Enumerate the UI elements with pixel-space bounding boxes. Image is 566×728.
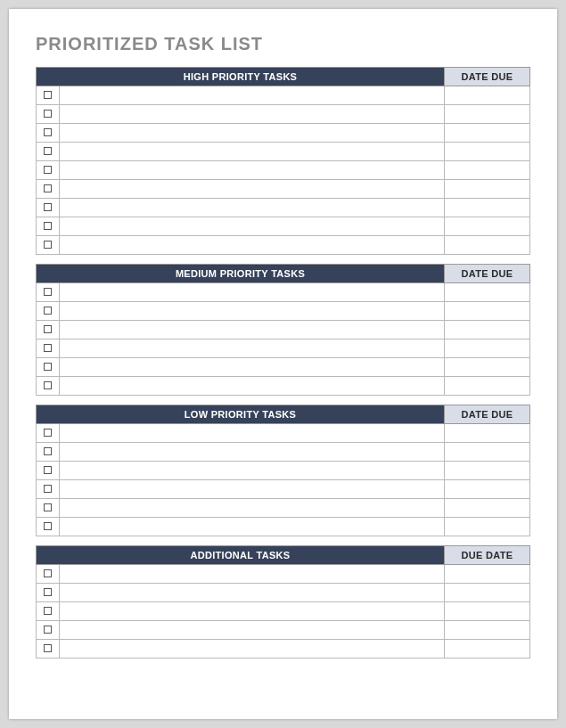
task-cell[interactable] xyxy=(60,462,445,480)
task-cell[interactable] xyxy=(60,180,445,199)
task-cell[interactable] xyxy=(60,105,445,124)
task-cell[interactable] xyxy=(60,621,445,640)
checkbox-cell[interactable] xyxy=(37,480,60,499)
checkbox-cell[interactable] xyxy=(37,124,60,143)
checkbox-cell[interactable] xyxy=(37,217,60,236)
checkbox-cell[interactable] xyxy=(37,602,60,621)
task-cell[interactable] xyxy=(60,499,445,518)
date-cell[interactable] xyxy=(445,236,530,255)
checkbox-cell[interactable] xyxy=(37,462,60,480)
task-cell[interactable] xyxy=(60,565,445,584)
checkbox-cell[interactable] xyxy=(37,105,60,124)
checkbox-icon[interactable] xyxy=(44,166,52,174)
date-cell[interactable] xyxy=(445,602,530,621)
date-cell[interactable] xyxy=(445,217,530,236)
checkbox-icon[interactable] xyxy=(44,241,52,249)
checkbox-icon[interactable] xyxy=(44,110,52,118)
date-cell[interactable] xyxy=(445,86,530,105)
checkbox-cell[interactable] xyxy=(37,236,60,255)
checkbox-icon[interactable] xyxy=(44,447,52,455)
date-cell[interactable] xyxy=(445,124,530,143)
checkbox-cell[interactable] xyxy=(37,565,60,584)
checkbox-icon[interactable] xyxy=(44,569,52,577)
checkbox-icon[interactable] xyxy=(44,588,52,596)
checkbox-cell[interactable] xyxy=(37,621,60,640)
task-cell[interactable] xyxy=(60,124,445,143)
task-cell[interactable] xyxy=(60,339,445,358)
date-cell[interactable] xyxy=(445,377,530,396)
checkbox-cell[interactable] xyxy=(37,199,60,217)
task-cell[interactable] xyxy=(60,199,445,217)
task-cell[interactable] xyxy=(60,302,445,321)
date-cell[interactable] xyxy=(445,462,530,480)
checkbox-icon[interactable] xyxy=(44,325,52,333)
checkbox-cell[interactable] xyxy=(37,377,60,396)
date-cell[interactable] xyxy=(445,161,530,180)
checkbox-icon[interactable] xyxy=(44,429,52,437)
checkbox-cell[interactable] xyxy=(37,161,60,180)
checkbox-cell[interactable] xyxy=(37,358,60,377)
checkbox-icon[interactable] xyxy=(44,466,52,474)
checkbox-icon[interactable] xyxy=(44,522,52,530)
date-cell[interactable] xyxy=(445,302,530,321)
task-cell[interactable] xyxy=(60,518,445,536)
checkbox-icon[interactable] xyxy=(44,607,52,615)
date-cell[interactable] xyxy=(445,180,530,199)
checkbox-cell[interactable] xyxy=(37,283,60,302)
date-cell[interactable] xyxy=(445,518,530,536)
checkbox-cell[interactable] xyxy=(37,143,60,161)
task-cell[interactable] xyxy=(60,443,445,462)
date-cell[interactable] xyxy=(445,321,530,339)
checkbox-icon[interactable] xyxy=(44,222,52,230)
task-cell[interactable] xyxy=(60,86,445,105)
date-cell[interactable] xyxy=(445,565,530,584)
task-cell[interactable] xyxy=(60,143,445,161)
task-cell[interactable] xyxy=(60,161,445,180)
task-cell[interactable] xyxy=(60,602,445,621)
checkbox-cell[interactable] xyxy=(37,640,60,658)
task-cell[interactable] xyxy=(60,377,445,396)
checkbox-cell[interactable] xyxy=(37,518,60,536)
date-cell[interactable] xyxy=(445,621,530,640)
checkbox-icon[interactable] xyxy=(44,503,52,511)
task-cell[interactable] xyxy=(60,358,445,377)
task-cell[interactable] xyxy=(60,217,445,236)
checkbox-icon[interactable] xyxy=(44,288,52,296)
checkbox-cell[interactable] xyxy=(37,443,60,462)
date-cell[interactable] xyxy=(445,640,530,658)
checkbox-cell[interactable] xyxy=(37,339,60,358)
task-cell[interactable] xyxy=(60,321,445,339)
date-cell[interactable] xyxy=(445,283,530,302)
checkbox-cell[interactable] xyxy=(37,424,60,443)
checkbox-icon[interactable] xyxy=(44,91,52,99)
date-cell[interactable] xyxy=(445,199,530,217)
checkbox-icon[interactable] xyxy=(44,203,52,211)
checkbox-icon[interactable] xyxy=(44,147,52,155)
date-cell[interactable] xyxy=(445,424,530,443)
checkbox-icon[interactable] xyxy=(44,307,52,315)
date-cell[interactable] xyxy=(445,339,530,358)
checkbox-icon[interactable] xyxy=(44,485,52,493)
checkbox-cell[interactable] xyxy=(37,499,60,518)
checkbox-cell[interactable] xyxy=(37,302,60,321)
task-cell[interactable] xyxy=(60,283,445,302)
checkbox-icon[interactable] xyxy=(44,626,52,634)
checkbox-cell[interactable] xyxy=(37,86,60,105)
task-cell[interactable] xyxy=(60,640,445,658)
date-cell[interactable] xyxy=(445,499,530,518)
date-cell[interactable] xyxy=(445,443,530,462)
checkbox-cell[interactable] xyxy=(37,180,60,199)
task-cell[interactable] xyxy=(60,584,445,602)
checkbox-icon[interactable] xyxy=(44,344,52,352)
checkbox-icon[interactable] xyxy=(44,381,52,389)
date-cell[interactable] xyxy=(445,143,530,161)
checkbox-icon[interactable] xyxy=(44,184,52,192)
date-cell[interactable] xyxy=(445,480,530,499)
checkbox-icon[interactable] xyxy=(44,644,52,652)
checkbox-cell[interactable] xyxy=(37,584,60,602)
date-cell[interactable] xyxy=(445,105,530,124)
task-cell[interactable] xyxy=(60,424,445,443)
date-cell[interactable] xyxy=(445,584,530,602)
checkbox-icon[interactable] xyxy=(44,128,52,136)
task-cell[interactable] xyxy=(60,236,445,255)
